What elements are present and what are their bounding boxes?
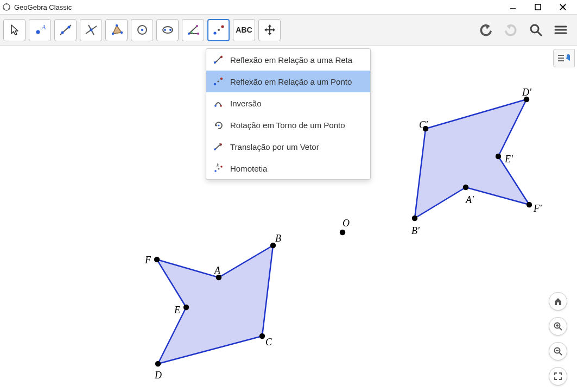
dropdown-item-reflect-line[interactable]: Reflexão em Relação a uma Reta [206, 49, 370, 71]
tool-conic[interactable] [156, 19, 179, 41]
dropdown-label: Reflexão em Relação a uma Reta [230, 55, 352, 65]
tool-move-view[interactable] [258, 19, 281, 41]
svg-point-63 [214, 105, 217, 107]
dropdown-item-reflect-point[interactable]: Reflexão em Relação a um Ponto [206, 71, 370, 92]
point-label-B: B [275, 233, 281, 244]
reflect-line-icon [213, 54, 224, 65]
svg-point-19 [120, 31, 122, 34]
point-label-F: F [145, 255, 151, 266]
svg-marker-16 [113, 26, 122, 34]
app-logo-icon [2, 3, 11, 11]
window-controls [505, 2, 575, 12]
svg-point-58 [214, 61, 216, 64]
svg-point-52 [527, 202, 532, 207]
tool-polygon[interactable] [105, 19, 128, 41]
home-icon [553, 296, 563, 306]
svg-point-28 [213, 31, 216, 34]
tool-circle[interactable] [131, 19, 153, 41]
dropdown-label: Translação por um Vetor [230, 142, 319, 151]
zoom-in-button[interactable] [549, 317, 567, 336]
menu-button[interactable] [551, 20, 570, 40]
fullscreen-button[interactable] [549, 367, 567, 385]
point-label-Ep: E' [505, 154, 513, 165]
svg-point-45 [154, 257, 160, 262]
svg-point-62 [220, 78, 223, 80]
svg-point-68 [220, 143, 222, 146]
tool-move[interactable] [3, 19, 26, 41]
reflect-point-icon [213, 76, 224, 87]
svg-point-43 [155, 361, 161, 366]
zoom-out-button[interactable] [549, 342, 567, 361]
svg-text:A: A [41, 23, 46, 31]
toolbar: A ABC [0, 14, 577, 46]
search-icon [528, 22, 543, 37]
svg-point-64 [220, 105, 222, 107]
views-panel-toggle[interactable] [553, 49, 575, 67]
dropdown-item-dilate[interactable]: k Homotetia [206, 157, 370, 179]
svg-point-3 [8, 8, 10, 9]
redo-button[interactable] [501, 20, 521, 40]
home-button[interactable] [549, 292, 567, 311]
svg-point-56 [567, 54, 570, 58]
text-icon: ABC [236, 26, 252, 34]
minimize-button[interactable] [505, 2, 521, 12]
point-label-C: C [265, 337, 272, 348]
dropdown-label: Inversão [230, 99, 262, 108]
dropdown-item-inversion[interactable]: Inversão [206, 92, 370, 114]
polygon-icon [110, 23, 124, 37]
svg-point-12 [67, 26, 70, 29]
point-label-E: E [174, 305, 180, 316]
undo-icon [478, 22, 494, 38]
tool-angle[interactable] [182, 19, 204, 41]
point-label-Cp: C' [419, 119, 428, 131]
tool-perpendicular[interactable] [80, 19, 102, 41]
svg-point-8 [36, 30, 40, 34]
svg-line-34 [537, 31, 541, 35]
svg-rect-5 [535, 4, 541, 10]
svg-point-1 [5, 3, 7, 4]
move-view-icon [263, 23, 277, 37]
svg-point-60 [214, 83, 216, 85]
svg-point-72 [220, 166, 223, 168]
toolbar-right [476, 20, 574, 40]
svg-point-21 [141, 29, 143, 31]
search-button[interactable] [526, 20, 546, 40]
ellipse-icon [161, 23, 175, 37]
tool-group: A ABC [3, 19, 473, 41]
svg-line-74 [559, 327, 562, 330]
line-icon [59, 23, 73, 37]
point-label-Fp: F' [534, 203, 542, 214]
point-label-Ap: A' [466, 194, 474, 206]
dropdown-item-translate[interactable]: Translação por um Vetor [206, 136, 370, 157]
maximize-button[interactable] [530, 2, 546, 12]
point-icon: A [33, 23, 47, 37]
transform-dropdown: Reflexão em Relação a uma Reta Reflexão … [206, 48, 371, 180]
dropdown-item-rotate[interactable]: Rotação em Torno de um Ponto [206, 114, 370, 136]
tool-point[interactable]: A [29, 19, 51, 41]
svg-point-59 [220, 56, 223, 58]
tool-transform[interactable] [207, 19, 230, 41]
window-title: GeoGebra Classic [14, 3, 505, 11]
svg-point-11 [61, 31, 64, 34]
point-label-Dp: D' [522, 87, 531, 98]
svg-point-44 [183, 305, 189, 310]
views-icon [556, 52, 572, 64]
svg-line-78 [559, 352, 562, 355]
svg-point-51 [496, 154, 501, 159]
svg-point-26 [196, 25, 198, 27]
svg-point-24 [169, 29, 172, 31]
angle-icon [186, 23, 200, 37]
svg-point-65 [218, 125, 220, 127]
translate-icon [213, 141, 224, 152]
zoom-in-icon [553, 321, 563, 331]
undo-button[interactable] [476, 20, 496, 40]
cursor-icon [8, 23, 22, 37]
tool-line[interactable] [54, 19, 77, 41]
inversion-icon [213, 98, 224, 109]
dropdown-label: Homotetia [230, 164, 267, 173]
close-button[interactable] [555, 2, 570, 12]
svg-point-70 [214, 170, 217, 172]
tool-text[interactable]: ABC [233, 19, 255, 41]
svg-point-15 [90, 29, 92, 31]
dropdown-label: Reflexão em Relação a um Ponto [230, 77, 352, 86]
